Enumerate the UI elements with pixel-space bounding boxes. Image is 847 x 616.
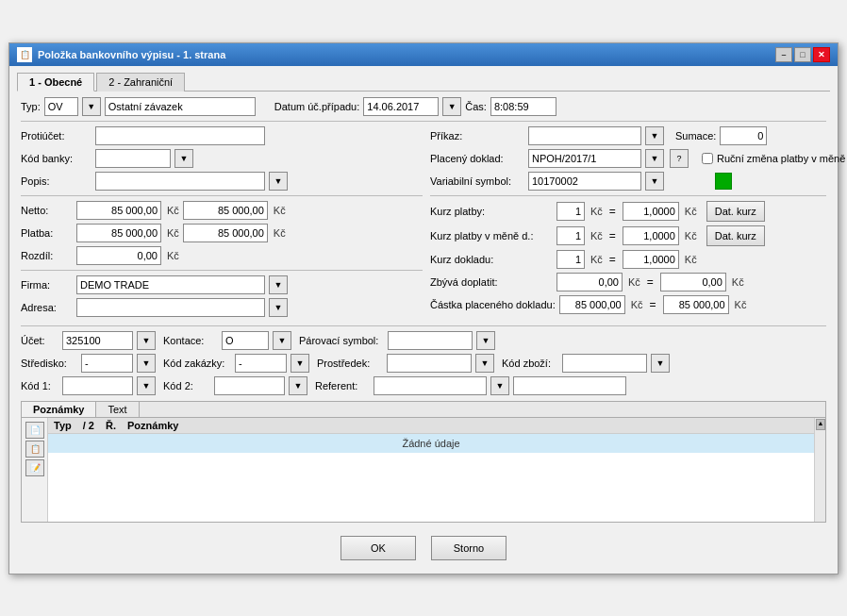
prostredek-input[interactable] [387,354,472,373]
prikaz-dropdown[interactable]: ▼ [645,126,664,145]
notes-btn2[interactable]: 📋 [25,441,44,458]
kod-banky-dropdown[interactable]: ▼ [174,149,193,168]
placeny-doklad-dropdown[interactable]: ▼ [645,149,664,168]
referent-input[interactable] [374,376,487,395]
kurz-dokladu-v2[interactable] [623,250,679,269]
kurz-dokladu-v1[interactable] [556,250,585,269]
castka-eq: = [650,298,656,311]
adresa-input[interactable] [76,298,265,317]
kurz-platby-mena-v2[interactable] [623,226,679,245]
col-right: Příkaz: ▼ Sumace: Placený doklad: ▼ ? [430,126,826,321]
datum-dropdown[interactable]: ▼ [442,97,461,116]
prostredek-dropdown[interactable]: ▼ [475,354,494,373]
close-button[interactable]: ✕ [813,47,830,62]
scrollbar[interactable]: ▲ [814,418,825,522]
storno-button[interactable]: Storno [431,536,507,560]
kod1-input[interactable] [62,376,133,395]
kurz-platby-eq: = [609,205,616,218]
kod2-input[interactable] [214,376,285,395]
kod-zbozi-label: Kód zboží: [502,358,558,369]
green-indicator [715,173,732,190]
kontakt-dropdown[interactable]: ▼ [273,331,291,350]
netto-input1[interactable] [76,201,161,220]
placeny-doklad-input[interactable] [528,149,641,168]
tab-text[interactable]: Text [96,402,139,417]
adresa-dropdown[interactable]: ▼ [269,298,288,317]
tab-obecne[interactable]: 1 - Obecné [17,73,94,92]
rozdil-input[interactable] [76,246,161,265]
stredisko-dropdown[interactable]: ▼ [137,354,156,373]
no-data-text: Žádné údaje [48,433,814,453]
parovaci-symbol-dropdown[interactable]: ▼ [476,331,495,350]
kurz-platby-v1[interactable] [556,202,585,221]
kurz-platby-v2[interactable] [623,202,679,221]
kod-zakazky-input[interactable] [235,354,287,373]
ucet-dropdown[interactable]: ▼ [137,331,156,350]
placeny-doklad-label: Placený doklad: [430,153,524,164]
kurz-platby-mena-v1[interactable] [556,226,585,245]
row-kurz-platby-mena: Kurz platby v měně d.: Kč = Kč Dat. kurz [430,225,826,246]
zbyva-doplatit-v1[interactable] [556,273,623,291]
platba-input2[interactable] [183,224,268,242]
platba-label: Platba: [21,227,73,239]
parovaci-symbol-label: Párovací symbol: [299,335,384,346]
kontakt-input[interactable] [222,331,269,350]
ok-button[interactable]: OK [340,536,416,560]
protiucet-input[interactable] [95,126,265,145]
rucni-zmena-label: Ruční změna platby v měně [717,153,845,164]
stredisko-input[interactable] [81,354,133,373]
notes-btn1[interactable]: 📄 [25,422,44,439]
ucet-input[interactable] [62,331,133,350]
row-stredisko: Středisko: ▼ Kód zakázky: ▼ Prostředek: … [21,354,826,373]
variabilni-symbol-input[interactable] [528,172,641,191]
kod-banky-input[interactable] [95,149,171,168]
kod1-dropdown[interactable]: ▼ [137,376,156,395]
variabilni-symbol-dropdown[interactable]: ▼ [645,172,664,191]
kod-zbozi-input[interactable] [562,354,647,373]
minimize-button[interactable]: – [775,47,792,62]
zbyva-doplatit-v2[interactable] [660,273,726,291]
typ-desc-input[interactable] [105,97,256,116]
notes-btn3[interactable]: 📝 [25,459,44,476]
referent-input2[interactable] [513,376,626,395]
castka-v2[interactable] [663,295,729,314]
title-controls: – □ ✕ [775,47,830,62]
dat-kurz1-button[interactable]: Dat. kurz [706,201,765,222]
firma-input[interactable] [76,275,265,294]
cas-input[interactable] [490,97,556,116]
prikaz-input[interactable] [528,126,641,145]
netto-label: Netto: [21,205,73,216]
referent-dropdown[interactable]: ▼ [490,376,509,395]
rucni-zmena-row: Ruční změna platby v měně [702,153,845,164]
row-firma: Firma: ▼ [21,275,423,294]
rozdil-label: Rozdíl: [21,250,73,261]
no-data-row: Žádné údaje [48,433,814,453]
parovaci-symbol-input[interactable] [388,331,473,350]
netto-input2[interactable] [183,201,268,220]
rucni-zmena-checkbox[interactable] [702,153,713,164]
castka-v1[interactable] [559,295,625,314]
popis-dropdown[interactable]: ▼ [269,172,288,191]
placeny-doklad-question[interactable]: ? [670,149,689,168]
netto-kc2: Kč [274,205,286,216]
kurz-platby-kc1: Kč [590,206,603,217]
maximize-button[interactable]: □ [794,47,811,62]
scrollbar-up[interactable]: ▲ [816,419,825,430]
kod-zbozi-dropdown[interactable]: ▼ [651,354,670,373]
tab-poznamky[interactable]: Poznámky [22,402,96,417]
datum-input[interactable] [363,97,439,116]
main-cols: Protiúčet: Kód banky: ▼ Popis: ▼ [21,126,826,321]
popis-input[interactable] [95,172,265,191]
platba-input1[interactable] [76,224,161,242]
firma-dropdown[interactable]: ▼ [269,275,288,294]
kod-zakazky-dropdown[interactable]: ▼ [291,354,309,373]
typ-input[interactable] [44,97,78,116]
kod2-dropdown[interactable]: ▼ [289,376,307,395]
zbyva-doplatit-label: Zbývá doplatit: [430,276,553,288]
typ-dropdown[interactable]: ▼ [82,97,101,116]
dat-kurz2-button[interactable]: Dat. kurz [706,225,765,246]
row-ucet: Účet: ▼ Kontace: ▼ Párovací symbol: ▼ [21,331,826,350]
typ-label: Typ: [21,101,41,112]
tab-zahranicni[interactable]: 2 - Zahraniční [96,73,185,92]
sumace-input[interactable] [720,126,767,145]
